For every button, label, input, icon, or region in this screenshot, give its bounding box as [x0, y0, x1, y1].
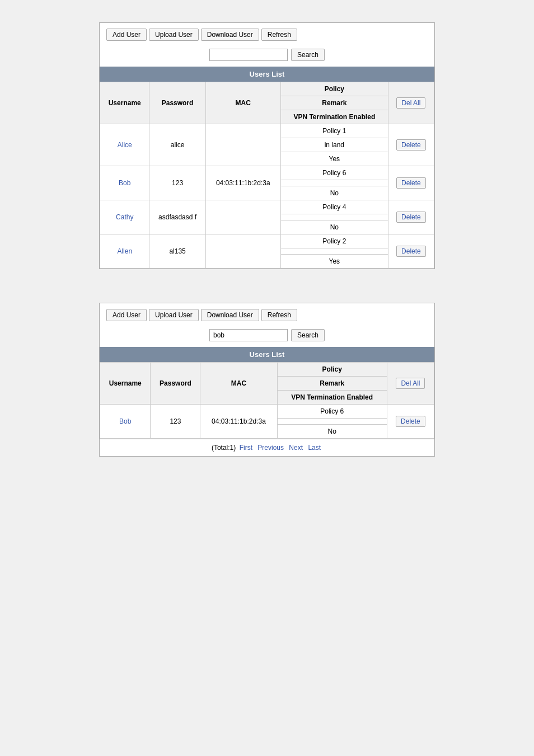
- password-cell: 123: [151, 405, 200, 439]
- refresh-button-2[interactable]: Refresh: [261, 309, 297, 321]
- search-button-1[interactable]: Search: [291, 49, 325, 61]
- col-policy-1: Policy: [280, 82, 388, 96]
- delete-button[interactable]: Delete: [396, 177, 426, 189]
- download-user-button-1[interactable]: Download User: [201, 29, 259, 41]
- search-row-1: Search: [100, 45, 434, 67]
- col-password-2: Password: [151, 363, 200, 405]
- delete-button[interactable]: Delete: [396, 139, 426, 151]
- vpn-cell: Yes: [280, 152, 388, 166]
- delete-cell[interactable]: Delete: [388, 200, 434, 234]
- username-link[interactable]: Bob: [119, 179, 130, 187]
- table-row: Cathyasdfasdasd fPolicy 4Delete: [100, 200, 434, 214]
- search-row-2: Search: [100, 326, 434, 347]
- users-table-2: Username Password MAC Policy Del All Rem…: [100, 362, 434, 439]
- delete-cell[interactable]: Delete: [387, 405, 434, 439]
- toolbar-2: Add User Upload User Download User Refre…: [100, 303, 434, 326]
- upload-user-button-1[interactable]: Upload User: [149, 29, 199, 41]
- delete-cell[interactable]: Delete: [388, 234, 434, 269]
- password-cell: 123: [149, 166, 205, 200]
- policy-cell: Policy 4: [280, 200, 388, 214]
- username-link[interactable]: Allen: [117, 247, 132, 255]
- del-all-2[interactable]: Del All: [387, 363, 434, 405]
- table-row: Bob12304:03:11:1b:2d:3aPolicy 6Delete: [100, 405, 434, 419]
- remark-cell: [280, 248, 388, 255]
- mac-cell: [205, 234, 280, 269]
- policy-cell: Policy 2: [280, 234, 388, 248]
- pagination-first[interactable]: First: [240, 444, 252, 452]
- table-row: Bob12304:03:11:1b:2d:3aPolicy 6Delete: [100, 166, 434, 180]
- del-all-button-1[interactable]: Del All: [396, 97, 425, 109]
- del-all-button-2[interactable]: Del All: [396, 378, 425, 389]
- delete-button[interactable]: Delete: [396, 416, 425, 427]
- panel-1: Add User Upload User Download User Refre…: [99, 22, 435, 269]
- mac-cell: [205, 200, 280, 234]
- vpn-cell: Yes: [280, 255, 388, 269]
- users-list-title-1: Users List: [100, 67, 434, 82]
- panel-2: Add User Upload User Download User Refre…: [99, 303, 435, 457]
- col-mac-2: MAC: [200, 363, 277, 405]
- users-list-title-2: Users List: [100, 347, 434, 362]
- mac-cell: [205, 124, 280, 166]
- users-table-1: Username Password MAC Policy Del All Rem…: [100, 82, 434, 269]
- download-user-button-2[interactable]: Download User: [201, 309, 259, 321]
- search-input-1[interactable]: [209, 49, 288, 61]
- table-row: AlicealicePolicy 1Delete: [100, 124, 434, 138]
- remark-cell: [280, 180, 388, 186]
- col-vpn-1: VPN Termination Enabled: [280, 110, 388, 124]
- col-policy-2: Policy: [277, 363, 387, 377]
- col-password-1: Password: [149, 82, 205, 124]
- col-mac-1: MAC: [205, 82, 280, 124]
- toolbar-1: Add User Upload User Download User Refre…: [100, 23, 434, 45]
- table-row: Allenal135Policy 2Delete: [100, 234, 434, 248]
- upload-user-button-2[interactable]: Upload User: [149, 309, 199, 321]
- remark-cell: [277, 419, 387, 425]
- delete-cell[interactable]: Delete: [388, 166, 434, 200]
- delete-button[interactable]: Delete: [396, 246, 426, 257]
- username-link[interactable]: Alice: [118, 141, 132, 149]
- policy-cell: Policy 1: [280, 124, 388, 138]
- remark-cell: [280, 214, 388, 220]
- search-input-2[interactable]: [209, 329, 288, 341]
- password-cell: alice: [149, 124, 205, 166]
- search-button-2[interactable]: Search: [291, 329, 325, 341]
- mac-cell: 04:03:11:1b:2d:3a: [205, 166, 280, 200]
- password-cell: al135: [149, 234, 205, 269]
- add-user-button-2[interactable]: Add User: [106, 309, 147, 321]
- mac-cell: 04:03:11:1b:2d:3a: [200, 405, 277, 439]
- col-vpn-2: VPN Termination Enabled: [277, 391, 387, 405]
- vpn-cell: No: [277, 425, 387, 439]
- del-all-1[interactable]: Del All: [388, 82, 434, 124]
- pagination-last[interactable]: Last: [308, 444, 321, 452]
- policy-cell: Policy 6: [280, 166, 388, 180]
- col-username-2: Username: [100, 363, 151, 405]
- pagination-previous[interactable]: Previous: [257, 444, 284, 452]
- pagination-2: (Total:1) First Previous Next Last: [100, 439, 434, 456]
- col-username-1: Username: [100, 82, 149, 124]
- password-cell: asdfasdasd f: [149, 200, 205, 234]
- col-remark-2: Remark: [277, 377, 387, 391]
- vpn-cell: No: [280, 186, 388, 200]
- pagination-total: (Total:1): [212, 444, 236, 452]
- add-user-button-1[interactable]: Add User: [106, 29, 147, 41]
- username-link[interactable]: Cathy: [116, 213, 133, 221]
- username-link[interactable]: Bob: [119, 417, 131, 425]
- delete-button[interactable]: Delete: [396, 212, 426, 223]
- pagination-next[interactable]: Next: [289, 444, 303, 452]
- policy-cell: Policy 6: [277, 405, 387, 419]
- refresh-button-1[interactable]: Refresh: [261, 29, 297, 41]
- remark-cell: in land: [280, 138, 388, 152]
- delete-cell[interactable]: Delete: [388, 124, 434, 166]
- col-remark-1: Remark: [280, 96, 388, 110]
- vpn-cell: No: [280, 220, 388, 234]
